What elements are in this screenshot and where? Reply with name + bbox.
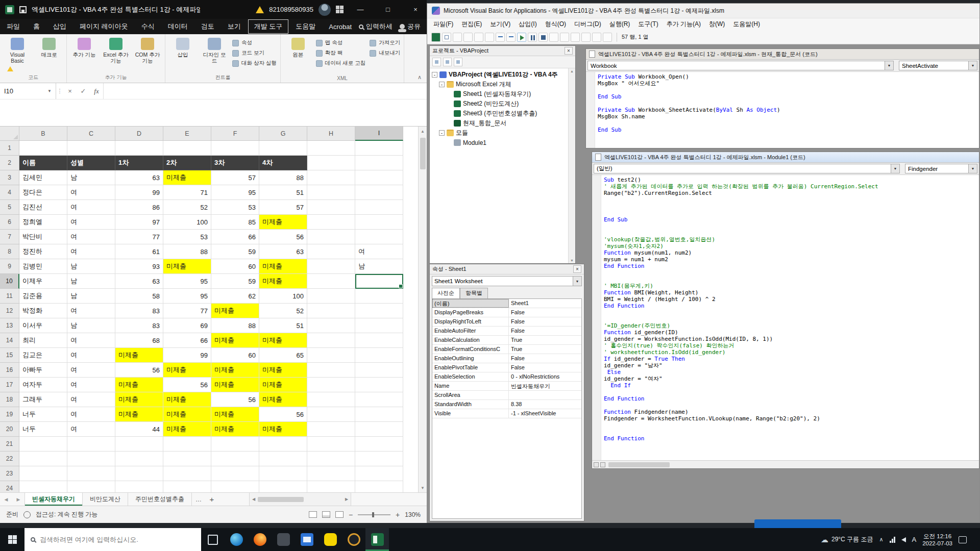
cell-E18[interactable]: 미제출 (163, 392, 211, 407)
vertical-scrollbar-thumb[interactable] (420, 138, 426, 169)
column-header-H[interactable]: H (307, 127, 355, 141)
code-editor[interactable]: Private Sub Workbook_Open()MsgBox " 어서오세… (586, 72, 979, 148)
cell-G17[interactable]: 미제출 (259, 378, 307, 392)
cell-D7[interactable]: 77 (115, 230, 163, 244)
project-explorer-titlebar[interactable]: 프로젝트 - VBAProject × (430, 46, 575, 56)
cell-E22[interactable] (163, 452, 211, 466)
page-layout-view-icon[interactable] (322, 511, 330, 518)
cell-G23[interactable] (259, 466, 307, 481)
tree-item-모듈[interactable]: -모듈 (430, 128, 568, 138)
property-row-Visible[interactable]: Visible-1 - xlSheetVisible (432, 409, 581, 418)
sheet-nav-right-icon[interactable]: ▶ (12, 493, 24, 506)
cell-I11[interactable] (355, 289, 403, 304)
menu-디버그(D)[interactable]: 디버그(D) (570, 19, 605, 30)
ribbon-tab-개발 도구[interactable]: 개발 도구 (248, 19, 289, 34)
zoom-slider[interactable] (358, 514, 390, 515)
cell-C5[interactable]: 여 (67, 200, 115, 215)
row-header-12[interactable]: 12 (0, 304, 19, 318)
cell-B21[interactable] (19, 437, 67, 452)
scroll-left-icon[interactable]: ◀ (250, 497, 258, 502)
tree-expander-icon[interactable]: - (439, 82, 445, 87)
ribbon-tab-파일[interactable]: 파일 (0, 19, 27, 34)
property-value[interactable]: -1 - xlSheetVisible (509, 409, 581, 418)
project-tree-scrollbar[interactable]: ▲▼ (568, 68, 575, 263)
cell-G3[interactable]: 88 (259, 170, 307, 185)
cell-E4[interactable]: 71 (163, 185, 211, 200)
cell-G5[interactable]: 57 (259, 200, 307, 215)
cell-F3[interactable]: 57 (211, 170, 259, 185)
row-header-16[interactable]: 16 (0, 363, 19, 378)
ribbon-button-매크로[interactable]: 매크로 (35, 36, 63, 58)
cell-H8[interactable] (307, 244, 355, 259)
cell-E7[interactable]: 53 (163, 230, 211, 244)
cell-F13[interactable]: 88 (211, 318, 259, 333)
cell-H10[interactable] (307, 274, 355, 289)
toolbox-icon[interactable] (592, 33, 601, 42)
menu-추가 기능(A)[interactable]: 추가 기능(A) (663, 19, 705, 30)
cell-I20[interactable] (355, 422, 403, 437)
cell-B22[interactable] (19, 452, 67, 466)
cell-C4[interactable]: 여 (67, 185, 115, 200)
name-box[interactable]: I10 ▼ (0, 83, 56, 99)
vertical-scrollbar[interactable]: ▲ ▼ (418, 127, 427, 492)
cell-G24[interactable] (259, 481, 307, 492)
object-browser-icon[interactable] (581, 33, 591, 42)
property-row-StandardWidth[interactable]: StandardWidth8.38 (432, 400, 581, 409)
sheet-tab-빈셀자동채우기[interactable]: 빈셀자동채우기 (24, 493, 83, 506)
copy-icon[interactable] (463, 33, 473, 42)
row-header-9[interactable]: 9 (0, 259, 19, 274)
cell-I17[interactable] (355, 378, 403, 392)
property-row-EnableSelection[interactable]: EnableSelection0 - xlNoRestrictions (432, 372, 581, 382)
cell-H2[interactable] (307, 156, 355, 170)
close-button[interactable]: × (404, 0, 427, 19)
taskbar-app-task-view-icon[interactable] (201, 528, 225, 551)
cell-C8[interactable]: 여 (67, 244, 115, 259)
redo-icon[interactable] (506, 33, 516, 42)
tree-expander-icon[interactable]: - (439, 130, 445, 136)
cell-B8[interactable]: 정진하 (19, 244, 67, 259)
property-value[interactable]: False (509, 317, 581, 326)
cell-C1[interactable] (67, 141, 115, 156)
property-row-EnableOutlining[interactable]: EnableOutliningFalse (432, 354, 581, 363)
object-dropdown[interactable]: (일반) ▼ (594, 164, 900, 173)
ribbon-button-확장 팩[interactable]: 확장 팩 (316, 49, 365, 57)
cell-B19[interactable]: 너두 (19, 407, 67, 422)
procedure-dropdown[interactable]: Findgender ▼ (905, 164, 977, 173)
property-value[interactable]: False (509, 308, 581, 317)
ribbon-tab-수식[interactable]: 수식 (135, 19, 161, 34)
taskbar-app-mail-icon[interactable] (295, 528, 318, 551)
horizontal-scrollbar-thumb[interactable] (608, 462, 670, 467)
cell-G22[interactable] (259, 452, 307, 466)
cell-D3[interactable]: 63 (115, 170, 163, 185)
reset-icon[interactable] (538, 33, 548, 42)
cancel-icon[interactable]: × (63, 83, 77, 99)
cell-G8[interactable]: 63 (259, 244, 307, 259)
cell-F18[interactable]: 56 (211, 392, 259, 407)
cell-B20[interactable]: 너두 (19, 422, 67, 437)
cell-B5[interactable]: 김진선 (19, 200, 67, 215)
cell-E11[interactable]: 95 (163, 289, 211, 304)
property-value[interactable]: False (509, 363, 581, 372)
cell-B2[interactable]: 이름 (19, 156, 67, 170)
cell-E2[interactable]: 2차 (163, 156, 211, 170)
cell-D23[interactable] (115, 466, 163, 481)
cell-C6[interactable]: 여 (67, 215, 115, 230)
chevron-down-icon[interactable]: ▼ (891, 164, 899, 173)
cell-B9[interactable]: 김병민 (19, 259, 67, 274)
menu-도움말(H)[interactable]: 도움말(H) (729, 19, 764, 30)
undo-icon[interactable] (496, 33, 505, 42)
menu-실행(R)[interactable]: 실행(R) (605, 19, 634, 30)
cell-C13[interactable]: 남 (67, 318, 115, 333)
cell-D9[interactable]: 93 (115, 259, 163, 274)
cell-F22[interactable] (211, 452, 259, 466)
column-header-B[interactable]: B (19, 127, 67, 141)
row-header-10[interactable]: 10 (0, 274, 19, 289)
row-header-11[interactable]: 11 (0, 289, 19, 304)
column-header-E[interactable]: E (163, 127, 211, 141)
cell-D11[interactable]: 58 (115, 289, 163, 304)
cell-H4[interactable] (307, 185, 355, 200)
properties-object-dropdown[interactable]: Sheet1 Worksheet ▼ (432, 276, 582, 286)
sheet-nav-left-icon[interactable]: ◀ (0, 493, 12, 506)
cell-E14[interactable]: 66 (163, 333, 211, 348)
cell-G18[interactable]: 미제출 (259, 392, 307, 407)
